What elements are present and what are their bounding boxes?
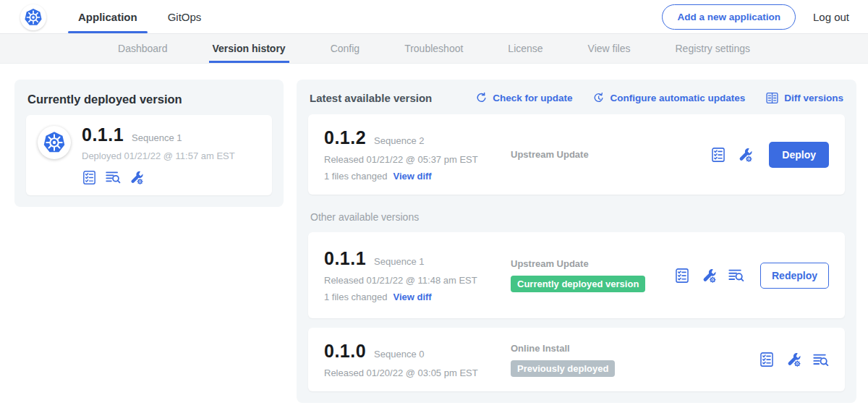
top-nav: Application GitOps Add a new application… [0, 0, 868, 33]
version-history-page: Currently deployed version 0.1.1 Sequenc… [0, 64, 868, 403]
configure-automatic-updates-link[interactable]: Configure automatic updates [592, 92, 745, 104]
subtab-dashboard[interactable]: Dashboard [114, 34, 171, 63]
edit-config-icon[interactable] [786, 352, 801, 367]
preflight-checks-icon[interactable] [759, 352, 775, 367]
subtab-registry-settings[interactable]: Registry settings [672, 34, 754, 63]
version-card-0-1-0: 0.1.0 Sequence 0 Released 01/20/22 @ 03:… [308, 328, 845, 391]
version-card-0-1-2: 0.1.2 Sequence 2 Released 01/21/22 @ 05:… [308, 114, 845, 195]
released-timestamp: Released 01/20/22 @ 03:05 pm EST [324, 367, 511, 378]
check-for-update-link[interactable]: Check for update [475, 92, 572, 104]
version-card-0-1-1: 0.1.1 Sequence 1 Released 01/21/22 @ 11:… [308, 232, 845, 318]
files-changed-label: 1 files changed [324, 171, 387, 182]
kubernetes-logo-icon [24, 8, 43, 27]
tab-gitops-label: GitOps [168, 11, 202, 23]
subtab-troubleshoot-label: Troubleshoot [404, 43, 463, 54]
deployed-version-number: 0.1.1 [82, 124, 124, 145]
subtab-troubleshoot[interactable]: Troubleshoot [401, 34, 467, 63]
files-changed-label: 1 files changed [324, 292, 387, 302]
sequence-label: Sequence 2 [374, 135, 424, 146]
configure-automatic-updates-label: Configure automatic updates [610, 93, 745, 103]
subtab-config[interactable]: Config [327, 34, 363, 63]
version-source-label: Upstream Update [511, 149, 710, 160]
tab-application-label: Application [78, 11, 137, 23]
refresh-icon [475, 92, 488, 104]
deployed-version-card: 0.1.1 Sequence 1 Deployed 01/21/22 @ 11:… [26, 115, 272, 195]
previously-deployed-badge: Previously deployed [511, 360, 615, 377]
available-versions-panel: Latest available version Check for updat… [297, 80, 856, 403]
schedule-update-icon [592, 92, 605, 104]
kubernetes-logo-icon [43, 131, 66, 154]
tab-application[interactable]: Application [68, 0, 148, 33]
deploy-button[interactable]: Deploy [769, 142, 829, 168]
other-versions-title: Other available versions [310, 211, 845, 223]
redeploy-button[interactable]: Redeploy [760, 263, 829, 289]
sequence-label: Sequence 1 [374, 256, 424, 267]
version-source-label: Online Install [511, 343, 759, 354]
deployed-timestamp: Deployed 01/21/22 @ 11:57 am EST [82, 150, 235, 161]
edit-config-icon[interactable] [737, 147, 753, 163]
logout-button[interactable]: Log out [813, 11, 849, 23]
check-for-update-label: Check for update [493, 93, 572, 103]
subtab-view-files-label: View files [588, 43, 631, 54]
view-logs-icon[interactable] [728, 267, 744, 284]
deployed-panel-title: Currently deployed version [27, 93, 272, 106]
top-tabs: Application GitOps [68, 0, 211, 33]
edit-config-icon[interactable] [701, 268, 717, 284]
add-application-button[interactable]: Add a new application [662, 4, 796, 30]
view-logs-icon[interactable] [105, 169, 121, 185]
sequence-label: Sequence 0 [374, 349, 424, 360]
deployed-sequence-label: Sequence 1 [132, 132, 182, 143]
app-sub-nav: Dashboard Version history Config Trouble… [0, 33, 868, 64]
subtab-version-history[interactable]: Version history [209, 34, 289, 63]
preflight-checks-icon[interactable] [82, 170, 97, 185]
subtab-config-label: Config [331, 43, 359, 54]
edit-config-icon[interactable] [129, 170, 144, 185]
view-logs-icon[interactable] [812, 352, 829, 368]
kubernetes-logo [20, 4, 46, 30]
version-source-label: Upstream Update [511, 258, 674, 269]
app-logo [38, 126, 71, 159]
version-actions: Check for update Configure automatic upd… [475, 91, 843, 105]
subtab-version-history-label: Version history [213, 43, 286, 54]
diff-versions-link[interactable]: Diff versions [765, 91, 843, 105]
view-diff-link[interactable]: View diff [393, 171, 431, 182]
view-diff-link[interactable]: View diff [393, 292, 431, 302]
currently-deployed-badge: Currently deployed version [511, 276, 645, 292]
currently-deployed-panel: Currently deployed version 0.1.1 Sequenc… [14, 80, 284, 207]
subtab-view-files[interactable]: View files [584, 34, 634, 63]
subtab-license-label: License [508, 43, 542, 54]
diff-versions-label: Diff versions [784, 93, 843, 103]
version-number: 0.1.1 [324, 248, 366, 269]
subtab-license[interactable]: License [504, 34, 546, 63]
version-number: 0.1.0 [324, 341, 366, 362]
subtab-dashboard-label: Dashboard [118, 43, 168, 54]
released-timestamp: Released 01/21/22 @ 05:37 pm EST [324, 154, 511, 165]
version-number: 0.1.2 [324, 127, 366, 148]
preflight-checks-icon[interactable] [674, 268, 690, 284]
tab-gitops[interactable]: GitOps [158, 0, 212, 33]
preflight-checks-icon[interactable] [710, 147, 726, 163]
latest-version-title: Latest available version [310, 92, 432, 104]
released-timestamp: Released 01/21/22 @ 11:48 am EST [324, 275, 511, 286]
diff-icon [765, 91, 779, 105]
subtab-registry-settings-label: Registry settings [676, 43, 750, 54]
